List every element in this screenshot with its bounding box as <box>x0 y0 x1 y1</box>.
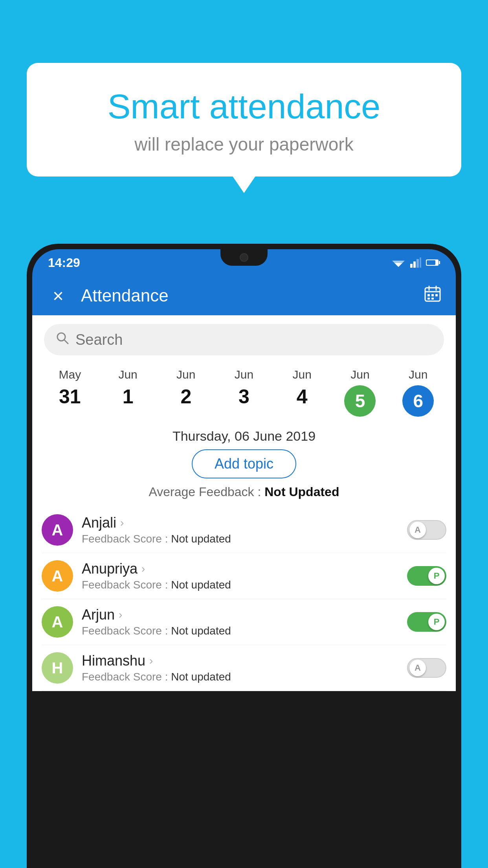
svg-rect-2 <box>410 264 413 268</box>
svg-line-19 <box>64 340 68 344</box>
phone-frame: 14:29 <box>27 244 461 868</box>
svg-rect-8 <box>439 261 440 264</box>
status-icons <box>391 257 440 268</box>
svg-rect-15 <box>435 294 438 296</box>
student-avatar-1: A <box>42 560 73 592</box>
svg-rect-5 <box>420 257 421 268</box>
date-day-5: 5 <box>344 385 376 417</box>
date-month-1: Jun <box>118 368 137 381</box>
chevron-icon-2: › <box>119 609 122 621</box>
date-month-0: May <box>59 368 81 381</box>
date-month-6: Jun <box>409 368 427 381</box>
student-name-0: Anjali › <box>82 515 398 531</box>
student-info-1: Anupriya ›Feedback Score : Not updated <box>82 561 398 591</box>
student-avatar-3: H <box>42 652 73 684</box>
avg-feedback-value: Not Updated <box>264 485 339 499</box>
toggle-knob-0: A <box>409 522 426 538</box>
date-cell-5[interactable]: Jun5 <box>331 362 389 422</box>
toggle-container-2[interactable]: P <box>407 612 446 632</box>
status-time: 14:29 <box>48 256 80 270</box>
signal-icon <box>410 257 421 268</box>
student-feedback-0: Feedback Score : Not updated <box>82 533 398 545</box>
student-item-3[interactable]: HHimanshu ›Feedback Score : Not updatedA <box>42 645 446 691</box>
date-month-5: Jun <box>350 368 369 381</box>
app-title: Attendance <box>81 286 424 305</box>
date-day-1: 1 <box>123 385 134 408</box>
chevron-icon-3: › <box>149 655 153 667</box>
add-topic-button[interactable]: Add topic <box>192 449 296 478</box>
student-item-0[interactable]: AAnjali ›Feedback Score : Not updatedA <box>42 507 446 553</box>
selected-date-info: Thursday, 06 June 2019 <box>32 422 456 449</box>
app-bar: × Attendance <box>32 276 456 315</box>
toggle-knob-3: A <box>409 660 426 676</box>
toggle-0[interactable]: A <box>407 520 446 540</box>
search-input[interactable] <box>75 331 432 348</box>
toggle-container-3[interactable]: A <box>407 658 446 678</box>
svg-rect-13 <box>427 294 430 296</box>
toggle-knob-1: P <box>428 568 445 584</box>
toggle-1[interactable]: P <box>407 566 446 586</box>
phone-inner: 14:29 <box>32 249 456 868</box>
status-bar: 14:29 <box>32 249 456 276</box>
bubble-title: Smart attendance <box>58 86 430 127</box>
date-cell-4[interactable]: Jun4 <box>273 362 331 422</box>
date-day-4: 4 <box>297 385 308 408</box>
date-day-6: 6 <box>402 385 434 417</box>
date-month-3: Jun <box>235 368 253 381</box>
date-cell-6[interactable]: Jun6 <box>389 362 447 422</box>
toggle-3[interactable]: A <box>407 658 446 678</box>
date-month-2: Jun <box>176 368 195 381</box>
date-strip: May31Jun1Jun2Jun3Jun4Jun5Jun6 <box>32 362 456 422</box>
chevron-icon-0: › <box>120 517 124 529</box>
date-cell-0[interactable]: May31 <box>41 362 99 422</box>
svg-rect-4 <box>416 259 419 268</box>
student-feedback-2: Feedback Score : Not updated <box>82 625 398 637</box>
student-list: AAnjali ›Feedback Score : Not updatedAAA… <box>32 507 456 691</box>
student-info-0: Anjali ›Feedback Score : Not updated <box>82 515 398 545</box>
student-item-1[interactable]: AAnupriya ›Feedback Score : Not updatedP <box>42 553 446 599</box>
date-cell-2[interactable]: Jun2 <box>157 362 215 422</box>
toggle-2[interactable]: P <box>407 612 446 632</box>
battery-icon <box>426 259 440 267</box>
notch <box>220 249 268 266</box>
date-cell-3[interactable]: Jun3 <box>215 362 273 422</box>
chevron-icon-1: › <box>141 563 145 575</box>
date-cell-1[interactable]: Jun1 <box>99 362 157 422</box>
svg-rect-14 <box>431 294 434 296</box>
notch-camera <box>240 253 248 262</box>
toggle-knob-2: P <box>428 614 445 630</box>
student-name-2: Arjun › <box>82 607 398 623</box>
svg-rect-7 <box>427 260 435 265</box>
bubble-subtitle: will replace your paperwork <box>58 134 430 155</box>
speech-bubble: Smart attendance will replace your paper… <box>27 63 461 177</box>
student-feedback-3: Feedback Score : Not updated <box>82 671 398 683</box>
student-info-3: Himanshu ›Feedback Score : Not updated <box>82 653 398 683</box>
svg-rect-16 <box>427 298 430 300</box>
student-avatar-2: A <box>42 606 73 638</box>
svg-rect-3 <box>413 261 416 268</box>
wifi-icon <box>391 257 405 268</box>
date-day-0: 31 <box>59 385 81 408</box>
toggle-container-1[interactable]: P <box>407 566 446 586</box>
date-month-4: Jun <box>293 368 312 381</box>
student-feedback-1: Feedback Score : Not updated <box>82 579 398 591</box>
search-bar[interactable] <box>44 324 444 355</box>
calendar-icon[interactable] <box>424 285 442 307</box>
phone-content: May31Jun1Jun2Jun3Jun4Jun5Jun6 Thursday, … <box>32 315 456 691</box>
close-button[interactable]: × <box>46 285 70 307</box>
student-name-1: Anupriya › <box>82 561 398 577</box>
toggle-container-0[interactable]: A <box>407 520 446 540</box>
speech-bubble-container: Smart attendance will replace your paper… <box>27 63 461 177</box>
svg-marker-1 <box>392 261 405 267</box>
svg-rect-17 <box>431 298 434 300</box>
avg-feedback: Average Feedback : Not Updated <box>32 485 456 499</box>
student-info-2: Arjun ›Feedback Score : Not updated <box>82 607 398 637</box>
student-item-2[interactable]: AArjun ›Feedback Score : Not updatedP <box>42 599 446 645</box>
avg-feedback-label: Average Feedback : <box>149 485 261 499</box>
date-day-3: 3 <box>238 385 250 408</box>
search-icon <box>56 331 69 348</box>
student-avatar-0: A <box>42 514 73 546</box>
date-day-2: 2 <box>180 385 191 408</box>
student-name-3: Himanshu › <box>82 653 398 669</box>
